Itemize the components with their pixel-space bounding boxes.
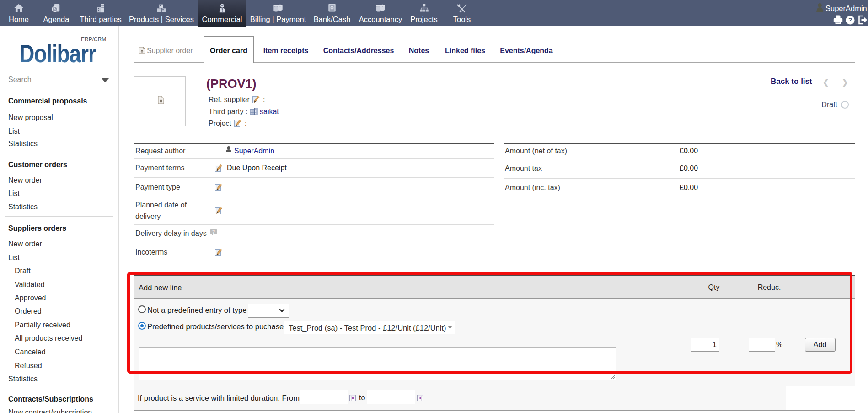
svg-text:?: ? <box>848 16 852 24</box>
svg-text:?: ? <box>212 229 215 234</box>
